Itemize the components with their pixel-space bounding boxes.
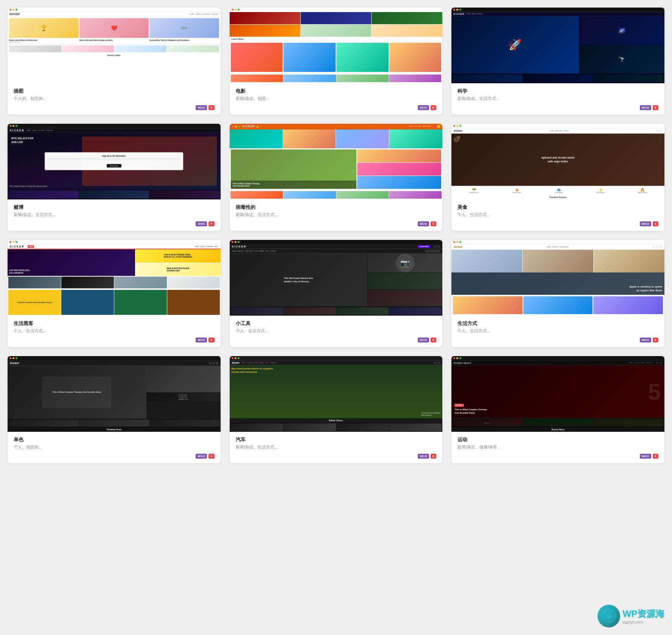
card-viral[interactable]: KICKER 🔥 HOMEFEATURESCATEGORIES: [230, 124, 443, 231]
card-tags-mono: WOO E: [196, 454, 214, 459]
card-info-viral: 病毒性的 新闻/杂志、生活方式...: [230, 199, 443, 221]
card-subtitle-illustrations: 个人的、创意的...: [14, 96, 215, 101]
card-info-mono: 单色 个人、创意的...: [8, 432, 221, 454]
card-title-movies: 电影: [236, 88, 437, 95]
card-title-sports: 运动: [457, 436, 658, 443]
tag-e-illustrations: E: [208, 105, 214, 110]
card-tags-food: WOO E: [640, 221, 658, 226]
tag-woo-sports: WOO: [640, 454, 651, 459]
card-preview-illustrations: KICKER HOMEVIDEOSREVIEWSCONTACT 🏆 ❤️ 👓 D…: [8, 8, 221, 83]
card-science[interactable]: KICKER HOMENEWSSCIENCE 🚀 🌌 🔭: [451, 8, 664, 115]
card-footer-food: WOO E: [451, 221, 664, 231]
card-hacklife[interactable]: KICKER NEW HOMELATESTFEATURESSHOP GAP AN…: [8, 240, 221, 347]
tag-woo-mono: WOO: [196, 454, 207, 459]
card-info-gadget: 小工具 个人、生活方式...: [230, 316, 443, 338]
card-info-hacklife: 生活黑客 个人、生活方式...: [8, 316, 221, 338]
card-tags-sports: WOO E: [640, 454, 658, 459]
card-title-illustrations: 插图: [14, 88, 215, 95]
tag-e-sports: E: [653, 454, 658, 459]
card-subtitle-sports: 新闻/杂志、健康/体育...: [457, 444, 658, 450]
card-footer-illustrations: WOO E: [8, 105, 221, 115]
card-info-movies: 电影 新闻/杂志、创意...: [230, 83, 443, 105]
card-subtitle-movies: 新闻/杂志、创意...: [236, 96, 437, 101]
card-sports[interactable]: kicker.sport HOMEREVIEWSNEWSCONTACT 5 SP…: [451, 356, 664, 463]
tag-woo-cars: WOO: [418, 454, 429, 459]
card-preview-movies: Latest News: [230, 8, 443, 83]
card-info-food: 美食 个人、生活方式...: [451, 199, 664, 221]
tag-woo-science: WOO: [640, 105, 651, 110]
card-footer-sports: WOO E: [451, 454, 664, 463]
card-subtitle-gadget: 个人、生活方式...: [236, 328, 437, 334]
card-footer-mono: WOO E: [8, 454, 221, 463]
card-title-gadget: 小工具: [236, 320, 437, 327]
card-title-food: 美食: [457, 204, 658, 211]
card-tags-gaming: WOO E: [196, 221, 214, 226]
card-info-illustrations: 插图 个人的、创意的...: [8, 83, 221, 105]
card-title-cars: 汽车: [236, 436, 437, 443]
card-gadget[interactable]: KICKER SUBSCRIBE HOMEFEATURESCATEGORIESP…: [230, 240, 443, 347]
card-subtitle-cars: 新闻/杂志、生活方式...: [236, 444, 437, 450]
card-footer-gadget: WOO E: [230, 338, 443, 347]
card-subtitle-mono: 个人、创意的...: [14, 444, 215, 450]
card-info-sports: 运动 新闻/杂志、健康/体育...: [451, 432, 664, 454]
card-info-cars: 汽车 新闻/杂志、生活方式...: [230, 432, 443, 454]
card-preview-gaming: KICKER HOMELATESTREVIEWSFEATURES Epic de…: [8, 124, 221, 199]
card-tags-gadget: WOO E: [418, 338, 436, 342]
card-tags-movies: WOO E: [418, 105, 436, 110]
card-footer-cars: WOO E: [230, 454, 443, 463]
card-tags-hacklife: WOO E: [196, 338, 214, 342]
card-preview-hacklife: KICKER NEW HOMELATESTFEATURESSHOP GAP AN…: [8, 240, 221, 316]
tag-e-gadget: E: [431, 338, 436, 342]
tag-e-mono: E: [208, 454, 214, 459]
card-movies[interactable]: Latest News 电影 新闻/杂志、创意...: [230, 8, 443, 115]
card-preview-science: KICKER HOMENEWSSCIENCE 🚀 🌌 🔭: [451, 8, 664, 83]
card-grid: KICKER HOMEVIDEOSREVIEWSCONTACT 🏆 ❤️ 👓 D…: [8, 8, 664, 463]
card-preview-cars: kicker HOMEREVIEWSPOST FORMATSHOPCONTACT…: [230, 356, 443, 432]
card-title-viral: 病毒性的: [236, 204, 437, 211]
tag-e-cars: E: [431, 454, 436, 459]
tag-woo-viral: WOO: [418, 221, 429, 226]
card-footer-science: WOO E: [451, 105, 664, 115]
card-subtitle-lifestyle: 个人、生活方式...: [457, 328, 658, 334]
tag-e-movies: E: [431, 105, 436, 110]
card-title-mono: 单色: [14, 436, 215, 443]
card-illustrations[interactable]: KICKER HOMEVIDEOSREVIEWSCONTACT 🏆 ❤️ 👓 D…: [8, 8, 221, 115]
card-footer-viral: WOO E: [230, 221, 443, 231]
card-subtitle-food: 个人、生活方式...: [457, 212, 658, 218]
card-tags-science: WOO E: [640, 105, 658, 110]
card-tags-viral: WOO E: [418, 221, 436, 226]
card-title-lifestyle: 生活方式: [457, 320, 658, 327]
tag-e-lifestyle: E: [653, 338, 658, 342]
card-footer-hacklife: WOO E: [8, 338, 221, 347]
tag-e-gaming: E: [208, 221, 214, 226]
card-cars[interactable]: kicker HOMEREVIEWSPOST FORMATSHOPCONTACT…: [230, 356, 443, 463]
card-info-science: 科学 新闻/杂志、生活方式...: [451, 83, 664, 105]
card-title-science: 科学: [457, 88, 658, 95]
card-preview-food: kicker HOMECATEGORIESABOUT Spinach and r…: [451, 124, 664, 199]
card-tags-lifestyle: WOO E: [640, 338, 658, 342]
card-footer-movies: WOO E: [230, 105, 443, 115]
card-lifestyle[interactable]: kicker HOMEFEATURESCATEGORIES: [451, 240, 664, 347]
card-preview-gadget: KICKER SUBSCRIBE HOMEFEATURESCATEGORIESP…: [230, 240, 443, 316]
tag-e-viral: E: [431, 221, 436, 226]
tag-e-science: E: [653, 105, 658, 110]
card-mono[interactable]: Kicker + This Is What Couples Therapy Ca…: [8, 356, 221, 463]
tag-woo-gadget: WOO: [418, 338, 429, 342]
card-title-hacklife: 生活黑客: [14, 320, 215, 327]
card-tags-illustrations: WOO E: [196, 105, 214, 110]
tag-woo-food: WOO: [640, 221, 651, 226]
card-footer-lifestyle: WOO E: [451, 338, 664, 347]
tag-woo-movies: WOO: [418, 105, 429, 110]
tag-woo-illustrations: WOO: [196, 105, 207, 110]
card-food[interactable]: kicker HOMECATEGORIESABOUT Spinach and r…: [451, 124, 664, 231]
card-info-lifestyle: 生活方式 个人、生活方式...: [451, 316, 664, 338]
card-preview-sports: kicker.sport HOMEREVIEWSNEWSCONTACT 5 SP…: [451, 356, 664, 432]
card-preview-lifestyle: kicker HOMEFEATURESCATEGORIES: [451, 240, 664, 316]
tag-e-hacklife: E: [208, 338, 214, 342]
card-tags-cars: WOO E: [418, 454, 436, 459]
card-footer-gaming: WOO E: [8, 221, 221, 231]
tag-e-food: E: [653, 221, 658, 226]
card-gaming[interactable]: KICKER HOMELATESTREVIEWSFEATURES Epic de…: [8, 124, 221, 231]
card-subtitle-science: 新闻/杂志、生活方式...: [457, 96, 658, 101]
card-title-gaming: 赌博: [14, 204, 215, 211]
